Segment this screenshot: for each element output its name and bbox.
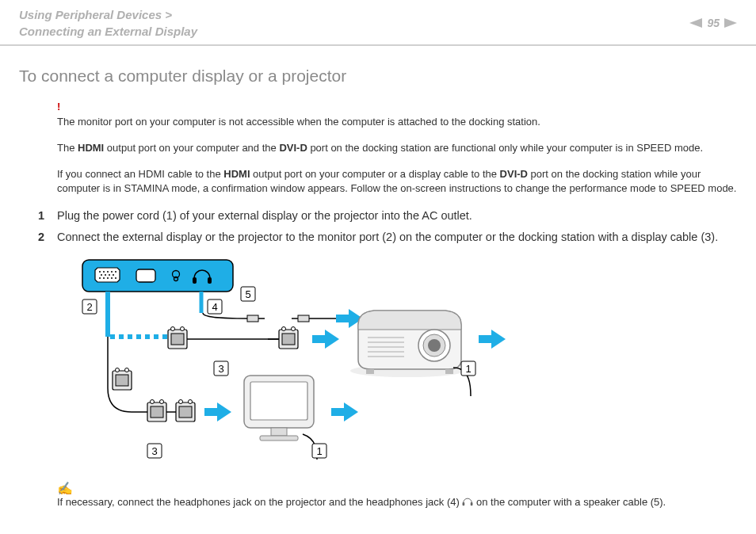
svg-rect-87: [331, 408, 344, 416]
svg-point-4: [103, 271, 105, 273]
svg-rect-60: [366, 369, 374, 374]
svg-point-68: [116, 368, 120, 372]
tip-text-post: on the computer with a speaker cable (5)…: [473, 496, 666, 508]
svg-rect-84: [250, 382, 307, 420]
prev-page-arrow-icon[interactable]: [689, 18, 702, 28]
warning-icon: !: [57, 100, 737, 115]
svg-marker-48: [325, 330, 339, 349]
svg-text:5: 5: [245, 288, 250, 300]
warning-line1: The monitor port on your computer is not…: [57, 116, 540, 128]
svg-point-73: [160, 400, 164, 404]
svg-point-40: [181, 327, 185, 331]
page-number: 95: [707, 17, 720, 29]
svg-point-12: [99, 277, 101, 279]
svg-rect-17: [136, 269, 155, 282]
svg-point-45: [282, 327, 286, 331]
svg-rect-71: [151, 406, 163, 418]
svg-point-11: [113, 274, 114, 276]
diagram-label-1b: 1: [312, 444, 326, 458]
svg-rect-33: [298, 315, 309, 322]
svg-point-46: [292, 327, 296, 331]
diagram-label-3: 3: [214, 361, 228, 376]
diagram-label-5: 5: [241, 287, 255, 301]
tip-note: ✍ If necessary, connect the headphones j…: [57, 481, 737, 508]
arrow-icon: [312, 330, 339, 349]
page-navigation: 95: [689, 17, 737, 29]
svg-marker-88: [344, 402, 358, 421]
svg-point-3: [99, 271, 101, 273]
warning-note: ! The monitor port on your computer is n…: [57, 100, 737, 130]
svg-rect-44: [282, 334, 295, 345]
svg-marker-1: [724, 18, 737, 28]
arrow-icon: [204, 402, 231, 421]
svg-text:3: 3: [151, 445, 157, 457]
breadcrumb: Using Peripheral Devices > Connecting an…: [19, 6, 197, 40]
svg-rect-21: [208, 277, 212, 284]
svg-rect-38: [171, 334, 184, 345]
arrow-icon: [479, 330, 506, 349]
svg-point-39: [171, 327, 175, 331]
svg-point-16: [115, 277, 116, 279]
svg-marker-63: [491, 330, 506, 349]
arrow-icon: [331, 402, 358, 421]
svg-point-54: [428, 339, 441, 352]
svg-text:4: 4: [212, 301, 217, 313]
breadcrumb-line2: Connecting an External Display: [19, 25, 197, 38]
page-title: To connect a computer display or a proje…: [19, 67, 737, 86]
monitor-icon: [244, 376, 317, 460]
next-page-arrow-icon[interactable]: [724, 18, 737, 28]
svg-rect-79: [204, 408, 217, 416]
tip-icon: ✍: [57, 481, 737, 496]
svg-rect-85: [271, 428, 287, 436]
svg-rect-86: [260, 436, 298, 441]
svg-point-69: [125, 368, 129, 372]
steps-list: Plug the power cord (1) of your external…: [19, 208, 737, 246]
svg-rect-93: [463, 502, 465, 505]
warning-line2: The HDMI output port on your computer an…: [57, 141, 737, 156]
svg-point-9: [105, 274, 106, 276]
projector-icon: [350, 311, 471, 396]
svg-rect-75: [179, 406, 192, 418]
step-1: Plug the power cord (1) of your external…: [38, 208, 737, 224]
svg-text:1: 1: [316, 445, 322, 457]
tip-text-pre: If necessary, connect the headphones jac…: [57, 496, 462, 508]
svg-text:2: 2: [86, 301, 92, 313]
svg-marker-0: [689, 18, 702, 28]
svg-text:3: 3: [218, 363, 223, 375]
svg-point-72: [151, 400, 155, 404]
svg-text:1: 1: [465, 363, 471, 375]
svg-rect-35: [336, 315, 349, 322]
breadcrumb-line1: Using Peripheral Devices >: [19, 8, 172, 21]
svg-rect-20: [193, 277, 197, 284]
connection-diagram: 2 4 5: [74, 254, 737, 478]
step-2: Connect the external display or the proj…: [38, 229, 737, 246]
svg-rect-67: [116, 375, 128, 386]
warning-line3: If you connect an HDMI cable to the HDMI…: [57, 167, 737, 197]
diagram-label-4: 4: [208, 299, 222, 314]
headphone-icon: [462, 496, 473, 508]
svg-point-13: [103, 277, 105, 279]
svg-rect-47: [312, 335, 325, 343]
diagram-label-3b: 3: [147, 444, 162, 458]
svg-point-5: [107, 271, 109, 273]
diagram-label-2: 2: [82, 299, 97, 314]
svg-point-8: [101, 274, 102, 276]
svg-point-10: [109, 274, 110, 276]
svg-point-77: [189, 400, 193, 404]
svg-point-14: [107, 277, 109, 279]
svg-marker-80: [217, 402, 231, 421]
svg-point-76: [179, 400, 183, 404]
svg-rect-31: [247, 315, 258, 322]
svg-point-6: [111, 271, 113, 273]
svg-rect-62: [479, 335, 491, 343]
svg-point-7: [115, 271, 116, 273]
svg-rect-61: [445, 369, 453, 374]
diagram-label-1: 1: [461, 361, 475, 376]
svg-point-15: [111, 277, 113, 279]
